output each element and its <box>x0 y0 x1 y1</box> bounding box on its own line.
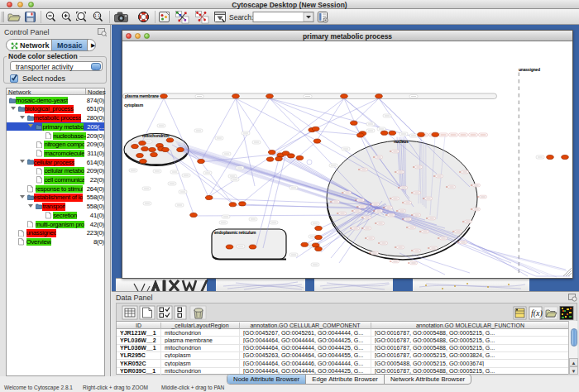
svg-text:1:1: 1:1 <box>94 13 100 18</box>
svg-text:f(x): f(x) <box>531 308 543 318</box>
svg-text:Search:: Search: <box>229 13 253 22</box>
